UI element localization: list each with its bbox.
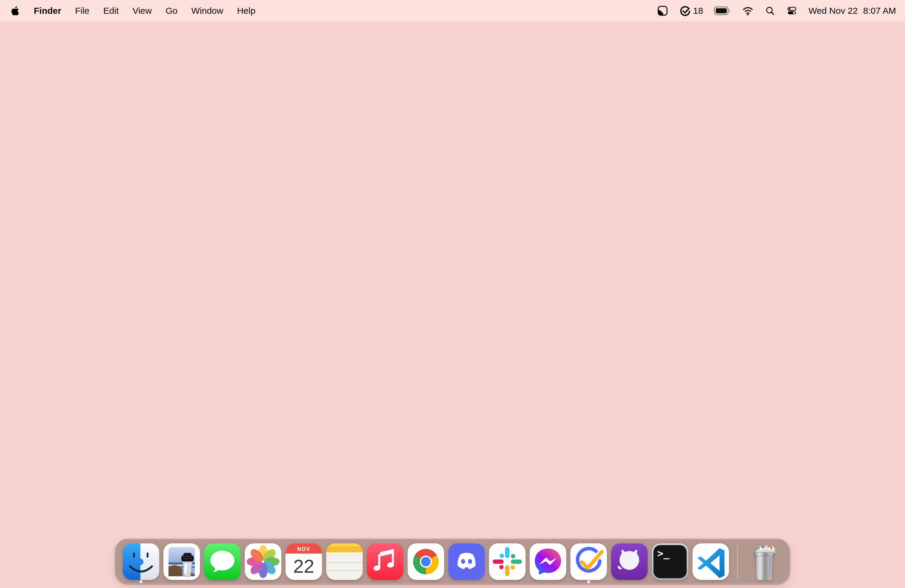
menu-window[interactable]: Window: [184, 6, 230, 16]
menu-bar-left: Finder File Edit View Go Window Help: [9, 6, 262, 16]
dock-item-trash[interactable]: [746, 544, 782, 580]
preview-icon: [164, 544, 200, 580]
dock-item-messenger[interactable]: [530, 544, 566, 580]
menu-bar: Finder File Edit View Go Window Help 18: [0, 0, 905, 22]
dock-item-messages[interactable]: [204, 544, 241, 580]
menu-finder[interactable]: Finder: [27, 6, 68, 16]
discord-icon: [448, 544, 485, 580]
notes-icon: [326, 544, 363, 580]
dock-item-notes[interactable]: [326, 544, 363, 580]
dock-item-finder[interactable]: [123, 544, 159, 580]
running-indicator: [140, 580, 143, 583]
dock-item-ticktick[interactable]: [570, 544, 607, 580]
photos-icon: [245, 544, 281, 580]
slack-icon: [489, 544, 526, 580]
wifi-icon[interactable]: [742, 5, 754, 17]
desktop-wallpaper[interactable]: [0, 22, 905, 588]
dock-item-terminal[interactable]: >_: [652, 544, 688, 580]
github-icon: [611, 544, 648, 580]
calendar-day: 22: [293, 556, 314, 577]
menu-bar-clock[interactable]: Wed Nov 22 8:07 AM: [808, 6, 896, 16]
menu-file[interactable]: File: [68, 6, 96, 16]
menu-go[interactable]: Go: [159, 6, 184, 16]
menu-view[interactable]: View: [126, 6, 159, 16]
ticktick-menu-icon[interactable]: 18: [680, 5, 703, 17]
dock-divider: [737, 545, 738, 578]
battery-icon[interactable]: [714, 6, 731, 15]
control-center-icon[interactable]: [786, 5, 797, 16]
dock-item-preview[interactable]: [164, 544, 200, 580]
messages-icon: [204, 544, 241, 580]
running-indicator: [587, 580, 590, 583]
trash-full-icon: [746, 544, 782, 580]
screen-capture-icon[interactable]: [657, 5, 668, 17]
calendar-icon: NOV 22: [286, 544, 322, 580]
dock-item-music[interactable]: [367, 544, 403, 580]
dock-item-vscode[interactable]: [692, 544, 729, 580]
chrome-icon: [408, 544, 444, 580]
menu-help[interactable]: Help: [230, 6, 262, 16]
finder-icon: [123, 544, 159, 580]
dock-item-discord[interactable]: [448, 544, 485, 580]
clock-date: Wed Nov 22: [808, 6, 858, 16]
calendar-month: NOV: [297, 546, 310, 552]
terminal-prompt: >_: [657, 547, 670, 559]
terminal-icon: >_: [652, 544, 688, 580]
dock-item-chrome[interactable]: [408, 544, 444, 580]
messenger-icon: [530, 544, 566, 580]
apple-icon: [11, 6, 21, 16]
dock-item-calendar[interactable]: NOV 22: [286, 544, 322, 580]
clock-time: 8:07 AM: [863, 6, 896, 16]
menu-bar-status: 18: [657, 5, 896, 17]
task-count: 18: [693, 6, 703, 16]
apple-menu[interactable]: [9, 6, 27, 16]
menu-edit[interactable]: Edit: [96, 6, 126, 16]
dock-item-photos[interactable]: [245, 544, 281, 580]
vscode-icon: [692, 544, 729, 580]
dock-item-github-desktop[interactable]: [611, 544, 648, 580]
music-icon: [367, 544, 403, 580]
spotlight-search-icon[interactable]: [765, 5, 775, 16]
dock: NOV 22: [115, 539, 790, 584]
dock-item-slack[interactable]: [489, 544, 526, 580]
ticktick-icon: [570, 544, 607, 580]
